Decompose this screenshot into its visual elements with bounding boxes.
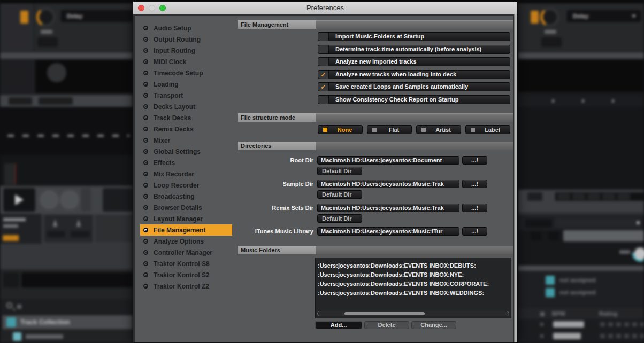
add-folder-button[interactable]: Add...: [315, 321, 362, 329]
sidebar-item-traktor-kontrol-s8[interactable]: Traktor Kontrol S8: [140, 258, 232, 269]
delete-folder-button[interactable]: Delete: [364, 321, 409, 329]
radio-indicator-icon: [372, 128, 377, 132]
remix-sets-dir-path-field[interactable]: Macintosh HD:Users:joeysantos:Music:Trak: [317, 204, 459, 212]
checkbox-icon: ✓: [318, 83, 329, 91]
sidebar-item-layout-manager[interactable]: Layout Manager: [140, 213, 232, 224]
itunes-library-row: iTunes Music Library Macintosh HD:Users:…: [238, 227, 513, 236]
sample-dir-default-button[interactable]: Default Dir: [317, 190, 362, 199]
sidebar-item-track-decks[interactable]: Track Decks: [140, 112, 232, 123]
remix-sets-dir-default-button[interactable]: Default Dir: [317, 214, 362, 223]
bullet-icon: [143, 216, 148, 221]
sidebar-item-loop-recorder[interactable]: Loop Recorder: [140, 180, 232, 191]
sample-dir-path-field[interactable]: Macintosh HD:Users:joeysantos:Music:Trak: [317, 180, 459, 188]
bullet-icon: [143, 183, 148, 188]
itunes-library-browse-button[interactable]: ...!: [462, 227, 487, 236]
checkbox-icon: [318, 45, 329, 53]
checkbox-determine-track-time[interactable]: Determine track-time automatically (befo…: [318, 45, 510, 54]
radio-flat[interactable]: Flat: [367, 125, 412, 134]
sample-dir-row: Sample Dir Macintosh HD:Users:joeysantos…: [238, 180, 513, 188]
remix-sets-dir-browse-button[interactable]: ...!: [462, 204, 487, 212]
checkbox-import-music-folders[interactable]: Import Music-Folders at Startup: [318, 32, 510, 41]
preferences-panel: Audio Setup Output Routing Input Routing…: [135, 16, 513, 342]
sidebar-item-transport[interactable]: Transport: [140, 90, 232, 101]
sidebar-item-loading[interactable]: Loading: [140, 79, 232, 90]
section-header-directories: Directories: [238, 142, 513, 150]
sidebar-item-controller-manager[interactable]: Controller Manager: [140, 247, 232, 258]
sidebar-item-browser-details[interactable]: Browser Details: [140, 202, 232, 213]
bullet-icon: [143, 82, 148, 87]
sidebar-item-broadcasting[interactable]: Broadcasting: [140, 191, 232, 202]
music-folder-entry[interactable]: :Users:joeysantos:Downloads:EVENTS INBOX…: [316, 261, 511, 270]
radio-none[interactable]: None: [318, 125, 363, 134]
bullet-icon: [143, 37, 148, 42]
radio-indicator-icon: [323, 128, 327, 132]
root-dir-row: Root Dir Macintosh HD:Users:joeysantos:D…: [238, 156, 513, 165]
radio-indicator-icon: [421, 128, 426, 132]
radio-artist[interactable]: Artist: [416, 125, 461, 134]
scrollbar-thumb[interactable]: [344, 312, 425, 315]
music-folders-list[interactable]: :Users:joeysantos:Downloads:EVENTS INBOX…: [315, 258, 511, 318]
titlebar[interactable]: Preferences: [133, 2, 517, 14]
checkbox-icon: [318, 33, 329, 41]
checkbox-analyze-on-load[interactable]: ✓ Analyze new tracks when loading into d…: [318, 70, 510, 79]
checkbox-save-loops-samples[interactable]: ✓ Save created Loops and Samples automat…: [318, 82, 510, 91]
radio-indicator-icon: [471, 128, 475, 132]
sidebar-item-mix-recorder[interactable]: Mix Recorder: [140, 168, 232, 180]
root-dir-browse-button[interactable]: ...!: [462, 156, 487, 165]
sidebar-item-decks-layout[interactable]: Decks Layout: [140, 101, 232, 112]
bullet-icon: [143, 127, 148, 131]
bullet-icon: [143, 284, 148, 289]
bullet-icon: [143, 160, 148, 165]
section-title: Directories: [238, 142, 316, 150]
checkbox-icon: [318, 58, 329, 66]
itunes-library-path-field[interactable]: Macintosh HD:Users:joeysantos:Music:iTur: [317, 227, 459, 236]
change-folder-button[interactable]: Change...: [411, 321, 456, 329]
bullet-icon: [143, 71, 148, 75]
sidebar-item-remix-decks[interactable]: Remix Decks: [140, 123, 232, 135]
bullet-icon: [143, 228, 148, 232]
bullet-icon: [143, 26, 148, 30]
sidebar-item-effects[interactable]: Effects: [140, 157, 232, 168]
radio-label[interactable]: Label: [465, 125, 510, 134]
window-title: Preferences: [133, 4, 517, 12]
music-folder-entry[interactable]: :Users:joeysantos:Downloads:EVENTS INBOX…: [316, 289, 511, 298]
bullet-icon: [143, 239, 148, 244]
bullet-icon: [143, 59, 148, 64]
checkbox-analyze-imported[interactable]: Analyze new imported tracks: [318, 57, 510, 66]
bullet-icon: [143, 250, 148, 255]
sidebar-item-input-routing[interactable]: Input Routing: [140, 45, 232, 56]
settings-main: File Management Import Music-Folders at …: [238, 20, 513, 341]
section-title: Music Folders: [238, 246, 316, 254]
sidebar-item-traktor-kontrol-z2[interactable]: Traktor Kontrol Z2: [140, 280, 232, 292]
bullet-icon: [143, 93, 148, 98]
sample-dir-browse-button[interactable]: ...!: [462, 180, 487, 188]
bullet-icon: [143, 272, 148, 277]
sidebar-item-file-management[interactable]: File Management: [140, 224, 232, 236]
remix-sets-dir-row: Remix Sets Dir Macintosh HD:Users:joeysa…: [238, 204, 513, 212]
sidebar-item-mixer[interactable]: Mixer: [140, 135, 232, 146]
music-folder-entry[interactable]: :Users:joeysantos:Downloads:EVENTS INBOX…: [316, 279, 511, 289]
bullet-icon: [143, 194, 148, 199]
section-header-file-management: File Management: [238, 20, 513, 29]
checkbox-consistency-report[interactable]: Show Consistency Check Report on Startup: [318, 95, 510, 104]
preferences-window: Preferences Audio Setup Output Routing I…: [133, 1, 518, 343]
root-dir-path-field[interactable]: Macintosh HD:Users:joeysantos:Document: [317, 156, 459, 165]
bullet-icon: [143, 172, 148, 176]
music-folder-entry[interactable]: :Users:joeysantos:Downloads:EVENTS INBOX…: [316, 270, 511, 279]
sidebar-item-global-settings[interactable]: Global Settings: [140, 146, 232, 157]
sidebar-item-midi-clock[interactable]: MIDI Clock: [140, 56, 232, 67]
sidebar-item-output-routing[interactable]: Output Routing: [140, 34, 232, 45]
bullet-icon: [143, 149, 148, 154]
checkbox-icon: ✓: [318, 71, 329, 79]
horizontal-scrollbar[interactable]: [317, 311, 509, 316]
bullet-icon: [143, 205, 148, 210]
sidebar-item-traktor-kontrol-s2[interactable]: Traktor Kontrol S2: [140, 269, 232, 280]
sidebar-item-audio-setup[interactable]: Audio Setup: [140, 22, 232, 34]
check-icon: ✓: [320, 84, 326, 90]
sidebar-item-timecode-setup[interactable]: Timecode Setup: [140, 67, 232, 79]
section-title: File structure mode: [238, 113, 316, 122]
bullet-icon: [143, 115, 148, 120]
sidebar-item-analyze-options[interactable]: Analyze Options: [140, 236, 232, 247]
check-icon: ✓: [320, 72, 326, 78]
root-dir-default-button[interactable]: Default Dir: [317, 167, 362, 175]
